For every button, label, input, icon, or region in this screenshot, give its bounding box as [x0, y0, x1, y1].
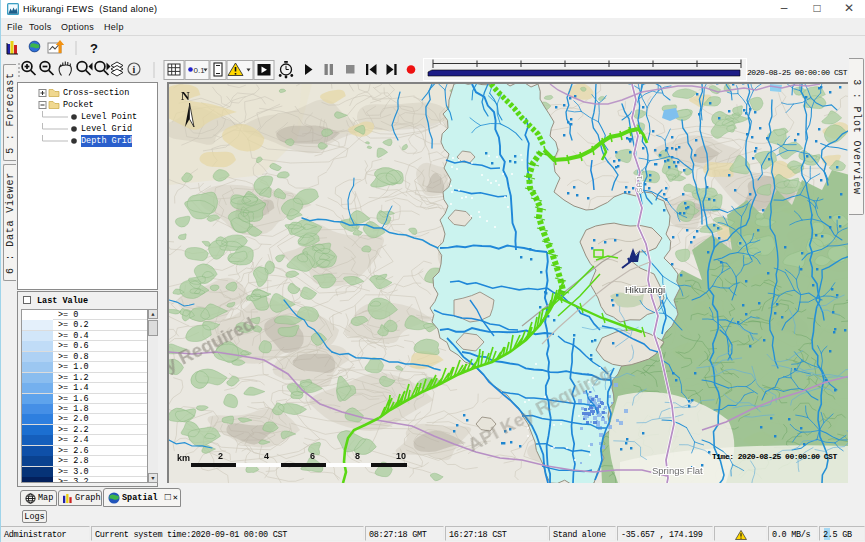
svg-text:10: 10: [396, 451, 406, 461]
svg-text:SH 1: SH 1: [635, 175, 644, 193]
svg-text:2020-08-25 00:00:00 CST: 2020-08-25 00:00:00 CST: [747, 68, 848, 77]
svg-text:2: 2: [218, 451, 223, 461]
svg-text:i: i: [133, 64, 136, 75]
svg-text:6: 6: [310, 451, 315, 461]
svg-text:Time: 2020-08-25 00:00:00 CST: Time: 2020-08-25 00:00:00 CST: [712, 452, 837, 461]
svg-text:km: km: [177, 453, 190, 463]
svg-text:4: 4: [264, 451, 269, 461]
svg-text:?: ?: [90, 41, 98, 56]
svg-text:Springs Flat: Springs Flat: [652, 465, 703, 476]
svg-text:N: N: [181, 89, 190, 103]
svg-text:8: 8: [355, 451, 360, 461]
svg-text:Hikurangi: Hikurangi: [625, 284, 665, 295]
svg-text:0.1: 0.1: [194, 66, 206, 75]
